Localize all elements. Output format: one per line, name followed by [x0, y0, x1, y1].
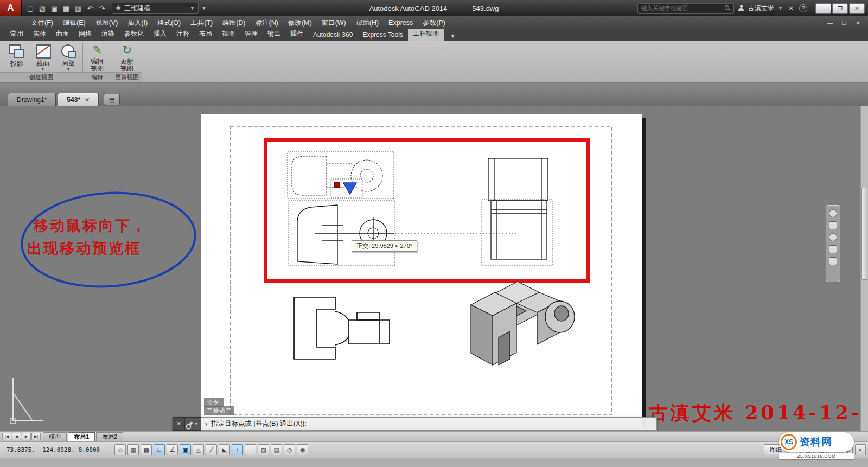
doc-restore-icon[interactable]: ❐ [840, 20, 848, 26]
ribbon-tab-autodesk360[interactable]: Autodesk 360 [308, 29, 358, 41]
autocad-logo-button[interactable]: A [0, 0, 22, 16]
menu-view[interactable]: 视图(V) [91, 16, 123, 29]
undo-icon[interactable]: ↶ [85, 3, 95, 14]
user-menu-chevron-icon[interactable]: ▼ [778, 5, 783, 11]
ribbon-tab-annotate[interactable]: 注释 [171, 28, 194, 41]
next-layout-button[interactable]: ▶ [22, 433, 31, 440]
menu-modify[interactable]: 修改(M) [283, 16, 317, 29]
menu-format[interactable]: 格式(O) [152, 16, 186, 29]
maximize-button[interactable]: ❐ [832, 3, 848, 14]
section-button[interactable]: 截面 ▼ [30, 43, 55, 72]
infer-constraints-toggle[interactable]: ◇ [114, 444, 126, 455]
coordinate-readout[interactable]: 73.8375, 124.0928, 0.0000 [4, 445, 105, 455]
save-icon[interactable]: ▣ [49, 3, 60, 14]
model-tab[interactable]: 模型 [43, 432, 67, 441]
doc-close-icon[interactable]: ✕ [854, 20, 863, 26]
selection-cycling-toggle[interactable]: ◎ [284, 444, 295, 455]
menu-parametric[interactable]: 参数(P) [418, 16, 450, 29]
file-tab-drawing1[interactable]: Drawing1* [8, 93, 56, 106]
qat-overflow-icon[interactable]: ▼ [200, 5, 208, 11]
ribbon-tab-insert[interactable]: 插入 [149, 28, 171, 41]
navigation-wheel-icon[interactable] [829, 209, 837, 217]
quick-properties-toggle[interactable]: ▤ [271, 444, 282, 455]
ribbon-tab-manage[interactable]: 管理 [240, 28, 263, 41]
prev-layout-button[interactable]: ◀ [12, 433, 21, 440]
command-tools-button[interactable]: ▼ [184, 417, 201, 431]
ribbon-tab-layout[interactable]: 布局 [194, 28, 217, 41]
vertical-scrollbar[interactable] [860, 106, 868, 431]
transparency-toggle[interactable]: ▨ [258, 444, 269, 455]
pan-icon[interactable] [829, 221, 837, 229]
dynamic-ucs-toggle[interactable]: ◣ [219, 444, 230, 455]
scrollbar-thumb[interactable] [861, 188, 867, 280]
redo-icon[interactable]: ↷ [97, 3, 107, 14]
ribbon-tab-engineering-views[interactable]: 工程视图 [408, 28, 444, 41]
ribbon-tab-home[interactable]: 常用 [5, 28, 28, 41]
ribbon-tab-plugins[interactable]: 插件 [285, 28, 308, 41]
ribbon-tab-surface[interactable]: 曲面 [51, 28, 74, 41]
ribbon-tab-output[interactable]: 输出 [263, 28, 285, 41]
search-input[interactable] [641, 5, 722, 11]
file-tab-543[interactable]: 543* ✕ [58, 93, 99, 106]
detail-button[interactable]: 局部 ▼ [56, 43, 81, 72]
menu-draw[interactable]: 绘图(D) [218, 16, 250, 29]
polar-tracking-toggle[interactable]: ∠ [167, 444, 178, 455]
ribbon-tab-mesh[interactable]: 网格 [74, 28, 97, 41]
ribbon-tab-parametric[interactable]: 参数化 [119, 28, 149, 41]
plot-icon[interactable]: ▥ [73, 3, 84, 14]
menu-dimension[interactable]: 标注(N) [251, 16, 283, 29]
signed-in-user[interactable]: 古滇艾米 [748, 4, 774, 13]
layout1-tab[interactable]: 布局1 [68, 432, 95, 441]
minimize-button[interactable]: — [815, 3, 831, 14]
lineweight-toggle[interactable]: ≡ [245, 444, 256, 455]
panel-label-strip: 创建视图 编辑 更新视图 [0, 72, 142, 82]
ribbon-tab-solid[interactable]: 实体 [28, 28, 51, 41]
menu-file[interactable]: 文件(F) [26, 16, 58, 29]
file-tab-close-icon[interactable]: ✕ [85, 97, 90, 104]
first-layout-button[interactable]: |◀ [2, 433, 11, 440]
ribbon-tab-express-tools[interactable]: Express Tools [358, 29, 407, 41]
open-file-icon[interactable]: ▧ [37, 3, 48, 14]
exchange-apps-icon[interactable]: ✕ [787, 5, 795, 12]
3d-object-snap-toggle[interactable]: △ [193, 444, 204, 455]
doc-minimize-icon[interactable]: — [826, 20, 834, 26]
grid-toggle[interactable]: ▩ [141, 444, 152, 455]
menu-tools[interactable]: 工具(T) [186, 16, 218, 29]
menu-window[interactable]: 窗口(W) [317, 16, 351, 29]
projection-button[interactable]: 投影 [4, 43, 29, 67]
new-file-icon[interactable]: ▢ [25, 3, 36, 14]
ribbon-minimize-icon[interactable]: ▼ [447, 32, 458, 41]
update-view-button[interactable]: ↻ 更新 视图 [114, 43, 139, 72]
new-drawing-button[interactable]: ▤ [104, 94, 120, 105]
orbit-icon[interactable] [829, 245, 837, 253]
layout2-tab[interactable]: 布局2 [96, 432, 123, 441]
menu-insert[interactable]: 插入(I) [123, 16, 152, 29]
menu-express[interactable]: Express [384, 16, 418, 29]
dynamic-input-toggle[interactable]: + [232, 444, 243, 455]
ortho-toggle[interactable]: ∟ [154, 444, 165, 455]
clean-screen-icon[interactable]: ▪ [855, 444, 866, 455]
last-layout-button[interactable]: ▶| [31, 433, 41, 440]
edit-view-button[interactable]: ✎ 编辑 视图 [85, 43, 110, 72]
annotation-monitor-toggle[interactable]: ◉ [297, 444, 308, 455]
command-close-icon[interactable]: ✕ [173, 417, 184, 431]
workspace-selector[interactable]: ✱ 三维建模 ▼ [112, 3, 199, 14]
command-input[interactable]: › 指定目标点或 [基点(B) 退出(X)]: [201, 417, 657, 431]
close-button[interactable]: ✕ [849, 3, 865, 14]
section-dropdown-icon[interactable]: ▼ [41, 67, 45, 72]
detail-dropdown-icon[interactable]: ▼ [66, 67, 71, 72]
object-snap-tracking-toggle[interactable]: ╱ [206, 444, 217, 455]
drawing-canvas[interactable]: 正交: 29.9529 < 270° 移动鼠标向下， 出现移动预览框 命令: *… [0, 106, 868, 431]
search-icon[interactable] [724, 5, 731, 11]
help-icon[interactable]: ? [799, 4, 807, 12]
save-as-icon[interactable]: ▦ [61, 3, 72, 14]
object-snap-toggle[interactable]: ▣ [180, 444, 191, 455]
snap-toggle[interactable]: ▦ [127, 444, 139, 455]
menu-edit[interactable]: 编辑(E) [58, 16, 91, 29]
ribbon-tab-view[interactable]: 视图 [217, 28, 240, 41]
showmotion-icon[interactable] [829, 257, 837, 265]
annotation-text-line1: 移动鼠标向下， [34, 216, 148, 235]
ribbon-tab-render[interactable]: 渲染 [97, 28, 119, 41]
zoom-icon[interactable] [829, 233, 837, 241]
menu-help[interactable]: 帮助(H) [351, 16, 384, 29]
